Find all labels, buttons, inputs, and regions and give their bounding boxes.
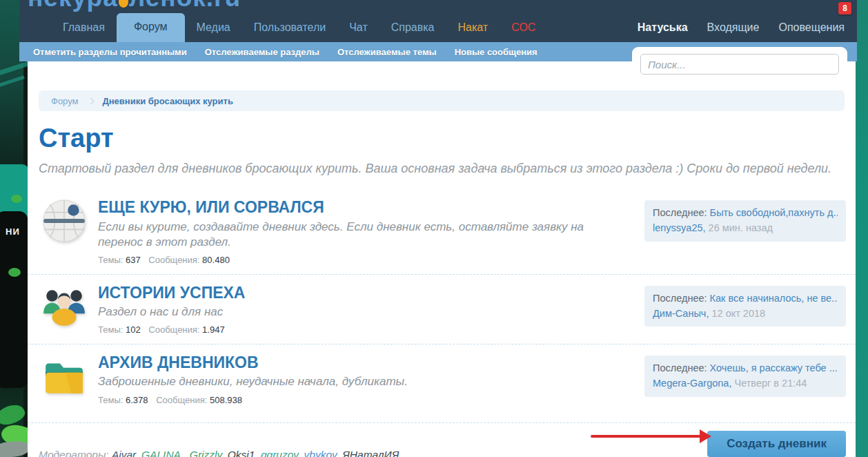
moderator-link[interactable]: Oksi1 <box>228 449 255 457</box>
search-panel <box>632 47 847 81</box>
last-post-label: Последнее: <box>653 207 707 218</box>
last-post-user-link[interactable]: Megera-Gargona, <box>653 378 731 389</box>
moderator-link[interactable]: Aivar <box>112 449 135 457</box>
nav-tab-chat[interactable]: Чат <box>337 14 379 42</box>
background-bottle-text: НИ <box>6 226 20 237</box>
last-post-user-link[interactable]: lenyssya25, <box>653 222 706 233</box>
moderators-label: Модераторы: <box>39 449 109 457</box>
forum-node-row: ИСТОРИИ УСПЕХА Раздел о нас и для нас Те… <box>28 274 856 344</box>
inbox-link[interactable]: Входящие <box>707 21 760 34</box>
forum-node-title[interactable]: ИСТОРИИ УСПЕХА <box>98 284 633 302</box>
annotation-arrowhead-icon <box>700 429 711 443</box>
topics-label: Темы: <box>98 324 123 335</box>
forum-node-row: АРХИВ ДНЕВНИКОВ Заброшенные дневники, не… <box>28 344 856 414</box>
last-post-label: Последнее: <box>653 293 707 304</box>
nav-tab-media[interactable]: Медиа <box>185 14 242 42</box>
messages-label: Сообщения: <box>148 255 199 265</box>
globe-icon <box>41 198 87 244</box>
last-post-title-link[interactable]: Быть свободной,пахнуть д... <box>710 207 838 218</box>
user-nav: Натуська Входящие Оповещения8 <box>638 21 845 34</box>
logo-drop-icon <box>119 0 128 8</box>
nav-tab-nakat[interactable]: Накат <box>446 14 500 42</box>
create-diary-button[interactable]: Создать дневник <box>707 431 846 457</box>
logo-text-right: ленок.ru <box>129 0 241 12</box>
forum-node-title[interactable]: ЕЩЕ КУРЮ, ИЛИ СОРВАЛСЯ <box>98 199 633 216</box>
nav-tab-spravka[interactable]: Справка <box>379 14 446 42</box>
last-post-title-link[interactable]: Хочешь, я расскажу тебе ... <box>710 362 838 373</box>
separator: , <box>255 449 261 457</box>
background-green-blob <box>11 195 22 203</box>
topics-label: Темы: <box>98 255 123 265</box>
last-post-user-link[interactable]: Дим-Саныч, <box>653 308 709 319</box>
moderator-link[interactable]: vbykov <box>304 449 337 457</box>
subnav-watched-threads[interactable]: Отслеживаемые темы <box>337 47 437 57</box>
messages-label: Сообщения: <box>148 324 199 335</box>
last-post-card: Последнее: Быть свободной,пахнуть д... l… <box>644 200 846 242</box>
main-nav: Главная Форум Медиа Пользователи Чат Спр… <box>51 13 547 42</box>
forum-node-stats: Темы: 102 Сообщения: 1.947 <box>98 324 633 335</box>
chevron-right-icon <box>87 97 94 104</box>
moderator-link[interactable]: qqruzov <box>261 449 298 457</box>
separator: , <box>337 449 343 457</box>
page-title: Старт <box>39 124 856 153</box>
breadcrumb-forum[interactable]: Форум <box>51 96 79 106</box>
nav-tab-polzovateli[interactable]: Пользователи <box>242 14 337 42</box>
folder-icon <box>41 353 87 399</box>
forum-node-title[interactable]: АРХИВ ДНЕВНИКОВ <box>98 354 633 371</box>
forum-node-main: ЕЩЕ КУРЮ, ИЛИ СОРВАЛСЯ Если вы курите, с… <box>98 198 633 264</box>
alerts-count-badge[interactable]: 8 <box>838 2 851 14</box>
subnav-mark-read[interactable]: Отметить разделы прочитанными <box>33 47 187 57</box>
forum-node-description: Заброшенные дневники, неудачные начала, … <box>98 374 609 389</box>
forum-node-stats: Темы: 6.378 Сообщения: 508.938 <box>98 395 633 405</box>
messages-label: Сообщения: <box>156 395 207 405</box>
forum-node-row: ЕЩЕ КУРЮ, ИЛИ СОРВАЛСЯ Если вы курите, с… <box>28 189 856 273</box>
nav-tab-sos[interactable]: СОС <box>500 14 547 42</box>
alerts-label: Оповещения <box>778 21 845 33</box>
last-post-time: 12 окт 2018 <box>711 308 765 319</box>
moderator-link[interactable]: GALINA. <box>141 449 184 457</box>
forum-node-main: ИСТОРИИ УСПЕХА Раздел о нас и для нас Те… <box>98 284 633 335</box>
separator: , <box>184 449 190 457</box>
breadcrumb-current[interactable]: Дневники бросающих курить <box>103 96 233 106</box>
logo-text-left: некура <box>28 0 118 12</box>
username-link[interactable]: Натуська <box>638 21 688 34</box>
forum-node-stats: Темы: 637 Сообщения: 80.480 <box>98 255 633 265</box>
alerts-link[interactable]: Оповещения8 <box>778 21 845 34</box>
content-footer: Модераторы: Aivar, GALINA., Grizzly, Oks… <box>28 422 856 457</box>
subnav-new-posts[interactable]: Новые сообщения <box>455 47 537 57</box>
topics-count: 637 <box>126 255 141 265</box>
separator: , <box>135 449 141 457</box>
last-post-label: Последнее: <box>653 362 707 373</box>
moderator-link[interactable]: Grizzly <box>190 449 221 457</box>
last-post-title-link[interactable]: Как все начиналось, не ве... <box>710 293 838 304</box>
forum-node-list: ЕЩЕ КУРЮ, ИЛИ СОРВАЛСЯ Если вы курите, с… <box>28 189 856 414</box>
last-post-card: Последнее: Хочешь, я расскажу тебе ... M… <box>644 356 846 397</box>
background-leaf <box>0 440 30 457</box>
breadcrumb: Форум Дневники бросающих курить <box>39 90 845 111</box>
separator: , <box>221 449 228 457</box>
forum-node-description: Если вы курите, создавайте дневник здесь… <box>98 220 609 250</box>
separator: , <box>298 449 304 457</box>
last-post-time: Четверг в 21:44 <box>734 378 807 389</box>
moderators-line: Модераторы: Aivar, GALINA., Grizzly, Oks… <box>39 449 399 457</box>
nav-tab-glavnaya[interactable]: Главная <box>51 14 117 42</box>
search-input[interactable] <box>640 54 839 75</box>
last-post-time: 26 мин. назад <box>709 222 773 233</box>
messages-count: 1.947 <box>202 324 225 335</box>
content-panel: Форум Дневники бросающих курить Старт Ст… <box>28 61 856 457</box>
subnav-watched-forums[interactable]: Отслеживаемые разделы <box>205 47 319 57</box>
topics-count: 102 <box>126 324 141 335</box>
messages-count: 80.480 <box>202 255 230 265</box>
nav-tab-forum[interactable]: Форум <box>117 13 185 42</box>
forum-node-main: АРХИВ ДНЕВНИКОВ Заброшенные дневники, не… <box>98 353 633 405</box>
moderator-link[interactable]: ЯНаталИЯ <box>342 449 399 457</box>
background-photo-right <box>854 0 868 457</box>
messages-count: 508.938 <box>210 395 242 405</box>
annotation-arrow <box>591 435 702 438</box>
people-icon <box>41 284 87 329</box>
site-logo[interactable]: некураленок.ru <box>28 0 241 12</box>
last-post-card: Последнее: Как все начиналось, не ве... … <box>644 286 846 327</box>
top-navbar: некураленок.ru Главная Форум Медиа Польз… <box>19 0 857 42</box>
background-green-blob <box>8 268 21 277</box>
topics-count: 6.378 <box>126 395 148 405</box>
